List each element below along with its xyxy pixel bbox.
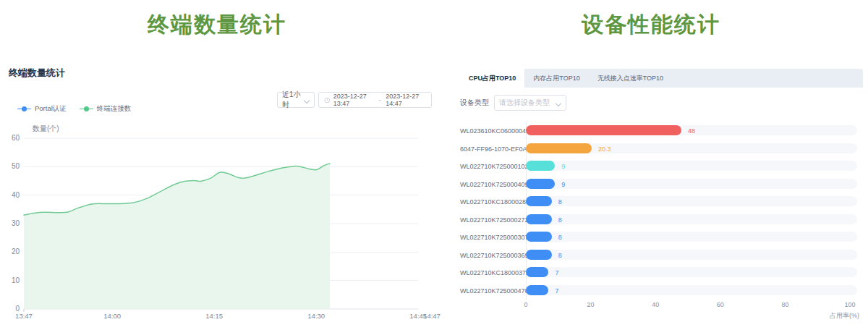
- date-end: 2023-12-27 14:47: [386, 93, 426, 107]
- bar: [526, 285, 548, 295]
- bar-track: [526, 214, 857, 224]
- bar-x-tick-label: 100: [844, 301, 855, 308]
- bar-category-label: WL022710K725000272: [460, 216, 519, 224]
- bar-x-tick-label: 40: [652, 301, 659, 308]
- bar-value-label: 8: [558, 234, 562, 241]
- bar-value-label: 8: [558, 216, 562, 224]
- left-panel-title: 终端数量统计: [9, 67, 65, 80]
- bar-value-label: 20.3: [598, 145, 611, 153]
- left-chart-controls: 近1小时 2023-12-27 13:47 - 2023-12-27 14:47: [277, 92, 432, 108]
- right-section-title: 设备性能统计: [434, 10, 868, 40]
- bar-category-label: WL022710K725000470: [460, 287, 519, 295]
- bar-category-label: WL022710K725000369: [460, 252, 519, 259]
- bar: [526, 179, 555, 189]
- device-type-filter: 设备类型 请选择设备类型: [460, 95, 566, 111]
- bar: [526, 250, 552, 260]
- bar: [526, 232, 552, 242]
- tab-0[interactable]: CPU占用TOP10: [460, 69, 524, 88]
- bar-track: [526, 267, 857, 277]
- x-tick-label: 13:47: [15, 312, 33, 320]
- line-chart: 010203040506013:4714:0014:1514:3014:4514…: [0, 135, 434, 327]
- y-tick-label: 60: [12, 134, 20, 142]
- clock-icon: [324, 96, 331, 104]
- legend-marker-icon: [17, 106, 31, 112]
- y-tick-label: 10: [12, 276, 20, 284]
- legend-label: 终端连接数: [97, 104, 132, 114]
- x-tick-label: 14:15: [205, 312, 223, 320]
- bar-track: [526, 250, 857, 260]
- bar-x-tick-label: 0: [524, 301, 527, 308]
- bar-value-label: 7: [555, 269, 558, 276]
- bar-category-label: WL022710K725000409: [460, 181, 519, 188]
- legend-item-0[interactable]: Portal认证: [17, 104, 67, 114]
- y-tick-label: 50: [12, 162, 20, 170]
- legend-label: Portal认证: [35, 104, 67, 114]
- y-axis-title: 数量(个): [33, 124, 59, 134]
- bar-track: [526, 285, 857, 295]
- bar: [526, 125, 681, 135]
- time-range-value: 近1小时: [282, 90, 302, 110]
- date-range-picker[interactable]: 2023-12-27 13:47 - 2023-12-27 14:47: [318, 92, 432, 108]
- bar-value-label: 8: [558, 252, 562, 259]
- x-tick-label: 14:47: [423, 312, 441, 320]
- device-type-placeholder: 请选择设备类型: [499, 98, 550, 108]
- left-section-title: 终端数量统计: [0, 10, 434, 40]
- bar-value-label: 8: [558, 198, 562, 206]
- bar-track: [526, 161, 857, 171]
- date-start: 2023-12-27 13:47: [333, 93, 374, 107]
- y-tick-label: 40: [12, 191, 20, 199]
- bar-value-label: 48: [688, 127, 695, 135]
- series-area: [24, 164, 330, 309]
- tab-2[interactable]: 无线接入点速率TOP10: [589, 69, 672, 88]
- tab-1[interactable]: 内存占用TOP10: [524, 69, 588, 88]
- bar-category-label: WL022710KC18000372: [460, 269, 519, 276]
- y-tick-label: 20: [12, 248, 20, 255]
- bar-x-tick-label: 80: [781, 301, 788, 308]
- bar-chart-x-axis-label: 占用率(%): [830, 311, 859, 321]
- bar-chart: 占用率(%) WL023610KC06000043486047-FF96-107…: [460, 120, 865, 327]
- time-range-select[interactable]: 近1小时: [277, 92, 315, 108]
- legend-item-1[interactable]: 终端连接数: [80, 104, 132, 114]
- bar: [526, 196, 552, 206]
- bar: [526, 214, 552, 224]
- bar-value-label: 7: [555, 287, 558, 295]
- bar-category-label: WL023610KC06000043: [460, 127, 519, 135]
- bar: [526, 161, 555, 171]
- tab-bar: CPU占用TOP10内存占用TOP10无线接入点速率TOP10: [460, 69, 863, 88]
- bar-track: [526, 196, 857, 206]
- bar-value-label: 9: [561, 163, 565, 170]
- device-type-label: 设备类型: [460, 98, 489, 108]
- dashboard: 终端数量统计 终端数量统计 近1小时 2023-12-27 13:47 - 20…: [0, 0, 868, 330]
- bar-track: [526, 179, 857, 189]
- bar-category-label: WL022710KC18000280: [460, 198, 519, 206]
- legend-marker-icon: [80, 106, 93, 112]
- bar: [526, 267, 548, 277]
- bar-category-label: 6047-FF96-1070-EF0A: [460, 145, 519, 153]
- bar-category-label: WL022710K725000307: [460, 234, 519, 241]
- chevron-down-icon: [305, 98, 310, 103]
- chart-legend: Portal认证终端连接数: [17, 104, 131, 114]
- x-tick-label: 14:30: [307, 312, 325, 320]
- device-type-select[interactable]: 请选择设备类型: [494, 95, 566, 111]
- x-tick-label: 14:00: [103, 312, 121, 320]
- bar-category-label: WL022710K725000102: [460, 163, 519, 170]
- bar-track: [526, 232, 857, 242]
- bar-x-tick-label: 20: [587, 301, 595, 308]
- bar-value-label: 9: [561, 181, 565, 188]
- y-tick-label: 30: [12, 219, 20, 227]
- date-separator: -: [378, 96, 380, 103]
- bar-x-tick-label: 60: [717, 301, 724, 308]
- chevron-down-icon: [556, 101, 561, 106]
- bar: [526, 143, 592, 153]
